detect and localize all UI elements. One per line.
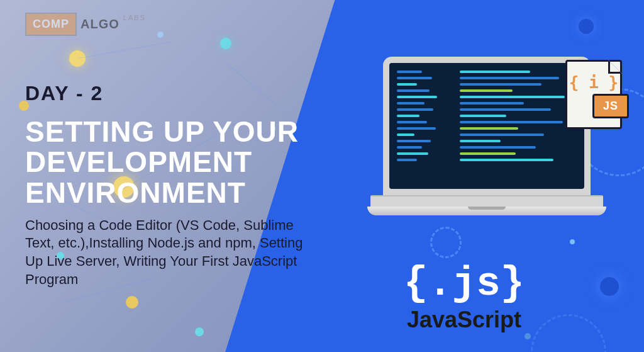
js-text: JavaScript bbox=[404, 307, 525, 333]
day-label: DAY - 2 bbox=[25, 82, 415, 105]
js-braces: {.js} bbox=[404, 264, 525, 304]
logo-labs: LABS bbox=[123, 14, 146, 21]
logo-algo: ALGO bbox=[80, 17, 119, 31]
js-file-icon: { i } JS bbox=[565, 60, 622, 129]
brand-logo: COMP ALGO LABS bbox=[25, 13, 146, 36]
javascript-logo: {.js} JavaScript bbox=[404, 264, 525, 333]
page-title: SETTING UP YOUR DEVELOPMENT ENVIRONMENT bbox=[25, 116, 415, 208]
main-content: DAY - 2 SETTING UP YOUR DEVELOPMENT ENVI… bbox=[25, 82, 415, 288]
file-braces: { i } bbox=[567, 73, 620, 92]
file-label: JS bbox=[592, 94, 629, 118]
description: Choosing a Code Editor (VS Code, Sublime… bbox=[25, 217, 321, 288]
logo-comp: COMP bbox=[25, 13, 77, 36]
